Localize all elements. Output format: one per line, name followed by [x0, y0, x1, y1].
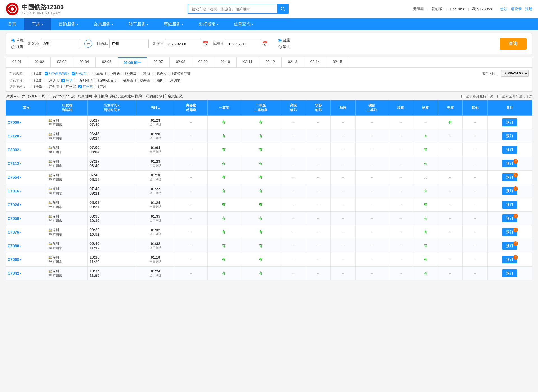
date-tab-0206[interactable]: 02-06 周一: [118, 57, 147, 67]
nav-business[interactable]: 商旅服务 ▾: [156, 18, 191, 30]
erdeng-cell[interactable]: 有: [240, 225, 281, 239]
yingzuo-cell[interactable]: 有: [413, 143, 438, 157]
yideng-cell[interactable]: 有: [207, 143, 240, 157]
date-tab-0208[interactable]: 02-08: [170, 57, 192, 67]
filter-gc[interactable]: GC-高铁/城际: [45, 71, 69, 76]
yingzuo-cell[interactable]: 有: [413, 225, 438, 239]
wuzuo-cell[interactable]: --: [438, 239, 462, 253]
yingzuo-cell[interactable]: 有: [413, 267, 438, 280]
dropdown-arrow-icon[interactable]: ▾: [20, 203, 21, 206]
yingzuo-cell[interactable]: 有: [413, 184, 438, 198]
dropdown-arrow-icon[interactable]: ▾: [20, 258, 21, 261]
calendar-icon[interactable]: 📅: [262, 41, 268, 46]
col-times[interactable]: 出发时间▲到达时间▼: [88, 100, 136, 116]
yideng-cell[interactable]: 有: [207, 253, 240, 267]
yingzuo-cell[interactable]: 有: [413, 157, 438, 171]
return-date-input[interactable]: [225, 39, 261, 48]
filter-shenzhen-north[interactable]: 深圳北: [45, 78, 59, 83]
train-number[interactable]: C7076: [8, 230, 19, 234]
filter-shenzhen-east[interactable]: 深圳东: [166, 78, 180, 83]
date-tab-0215[interactable]: 02-15: [326, 57, 349, 67]
wuzuo-cell[interactable]: --: [438, 212, 462, 225]
train-number[interactable]: C7016: [8, 189, 19, 193]
erdeng-cell[interactable]: 有: [240, 184, 281, 198]
date-tab-0212[interactable]: 02-12: [259, 57, 282, 67]
filter-fuhai-west[interactable]: 福海西: [119, 78, 133, 83]
train-number[interactable]: C7042: [8, 271, 19, 276]
filter-shenzhen[interactable]: 深圳: [61, 78, 73, 83]
nav-travel-guide[interactable]: 出行指南 ▾: [191, 18, 226, 30]
transfer-link[interactable]: 中转换乘: [94, 94, 108, 98]
dropdown-arrow-icon[interactable]: ▾: [20, 190, 21, 193]
language-selector[interactable]: English ▾: [450, 7, 465, 11]
book-button[interactable]: 预订: [502, 201, 517, 209]
show-all-checkbox[interactable]: 显示全部可预订车次: [497, 94, 532, 99]
erdeng-cell[interactable]: 有: [240, 267, 281, 280]
date-tab-0210[interactable]: 02-10: [214, 57, 237, 67]
filter-other[interactable]: 其他: [139, 71, 150, 76]
filter-shenzhen-airport[interactable]: 深圳机场: [75, 78, 93, 83]
erdeng-cell[interactable]: 有: [240, 253, 281, 267]
yideng-cell[interactable]: 有: [207, 198, 240, 212]
filter-guangzhou-south[interactable]: 广州南: [45, 84, 59, 89]
erdeng-cell[interactable]: 有: [240, 198, 281, 212]
filter-shenzhen-airport-north[interactable]: 深圳机场北: [95, 78, 116, 83]
date-tab-0204[interactable]: 02-04: [73, 57, 96, 67]
wuzuo-cell[interactable]: --: [438, 225, 462, 239]
student-ticket-radio[interactable]: 学生: [278, 45, 290, 50]
nav-info-query[interactable]: 信息查询 ▾: [226, 18, 261, 30]
yideng-cell[interactable]: 有: [207, 239, 240, 253]
wuzuo-cell[interactable]: --: [438, 253, 462, 267]
single-trip-radio[interactable]: 单程: [11, 38, 24, 43]
roundtrip-radio[interactable]: 往返: [11, 45, 24, 50]
yideng-cell[interactable]: 有: [207, 116, 240, 129]
train-number[interactable]: C7112: [8, 161, 19, 166]
yingzuo-cell[interactable]: 有: [413, 198, 438, 212]
yideng-cell[interactable]: 有: [207, 129, 240, 143]
nav-group-purchase[interactable]: 团购服务 ▾: [51, 18, 86, 30]
dropdown-arrow-icon[interactable]: ▾: [20, 176, 21, 179]
nav-tickets[interactable]: 车票 ▾: [24, 18, 51, 30]
filter-k[interactable]: K-快速: [122, 71, 136, 76]
wuzuo-cell[interactable]: 有: [438, 116, 462, 129]
dropdown-arrow-icon[interactable]: ▾: [20, 217, 21, 220]
train-number[interactable]: C7006: [8, 120, 19, 125]
date-tab-0205[interactable]: 02-05: [96, 57, 118, 67]
col-duration[interactable]: 历时▲: [136, 100, 175, 116]
book-button[interactable]: 预订: [502, 269, 517, 277]
dropdown-arrow-icon[interactable]: ▾: [20, 272, 21, 275]
nav-member[interactable]: 会员服务 ▾: [86, 18, 121, 30]
my12306-link[interactable]: 我的12306 ▾: [472, 6, 492, 11]
calendar-icon[interactable]: 📅: [203, 41, 208, 46]
filter-guangzhou-east[interactable]: 广州东: [78, 84, 93, 89]
show-points-checkbox[interactable]: 显示积分兑换车次: [461, 94, 493, 99]
dropdown-arrow-icon[interactable]: ▾: [20, 244, 21, 248]
date-tab-0213[interactable]: 02-13: [282, 57, 304, 67]
nav-home[interactable]: 首页: [0, 18, 24, 30]
date-tab-0209[interactable]: 02-09: [192, 57, 214, 67]
train-number[interactable]: D7554: [8, 175, 19, 179]
filter-xiaxing[interactable]: 夏兴号: [152, 71, 167, 76]
erdeng-cell[interactable]: 有: [240, 116, 281, 129]
wuzuo-cell[interactable]: --: [438, 184, 462, 198]
yingzuo-cell[interactable]: 有: [413, 239, 438, 253]
normal-ticket-radio[interactable]: 普通: [278, 38, 290, 43]
yingzuo-cell[interactable]: 有: [413, 212, 438, 225]
date-tab-0203[interactable]: 02-03: [51, 57, 73, 67]
erdeng-cell[interactable]: 有: [240, 239, 281, 253]
filter-futian[interactable]: 福田: [152, 78, 163, 83]
wuzuo-cell[interactable]: --: [438, 171, 462, 184]
erdeng-cell[interactable]: 有: [240, 212, 281, 225]
date-tab-0202[interactable]: 02-02: [28, 57, 51, 67]
loveheart-link[interactable]: 爱心版: [432, 6, 442, 11]
filter-all[interactable]: 全部: [31, 71, 42, 76]
time-range-select[interactable]: 00:00--24:00: [501, 70, 529, 77]
erdeng-cell[interactable]: 有: [240, 171, 281, 184]
search-input[interactable]: [188, 4, 277, 14]
train-number[interactable]: C7050: [8, 216, 19, 221]
erdeng-cell[interactable]: 有: [240, 129, 281, 143]
dropdown-arrow-icon[interactable]: ▾: [20, 231, 21, 234]
date-tab-0201[interactable]: 02-01: [6, 57, 28, 67]
from-input[interactable]: [41, 39, 80, 48]
search-submit-button[interactable]: 查询: [500, 38, 527, 50]
